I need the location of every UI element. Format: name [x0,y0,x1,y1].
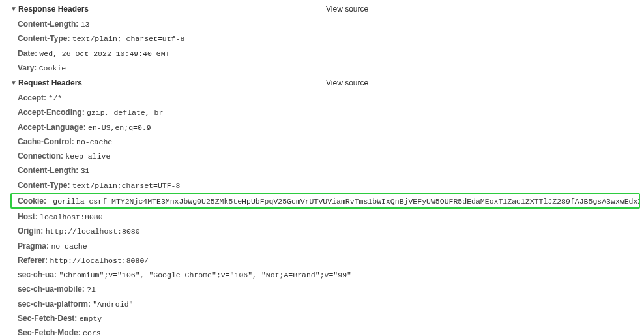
header-value: Cookie [39,64,66,72]
header-row: Cookie: _gorilla_csrf=MTY2Njc4MTE3MnxJbW… [10,193,640,209]
header-name: Cache-Control: [18,137,74,146]
header-row: Connection: keep-alive [0,149,644,163]
header-name: Sec-Fetch-Dest: [18,314,77,323]
header-row: Referer: http://localhost:8080/ [0,253,644,267]
header-name: sec-ch-ua-mobile: [18,284,85,294]
header-name: Content-Type: [18,181,70,190]
header-value: _gorilla_csrf=MTY2Njc4MTE3MnxJbWg0U25ZMk… [48,197,640,206]
header-name: Sec-Fetch-Mode: [18,328,81,336]
response-headers-toggle[interactable]: ▼ Response Headers View source [0,3,644,16]
request-headers-toggle[interactable]: ▼ Request Headers View source [0,76,644,89]
header-name: Accept: [18,93,46,102]
header-row: Accept-Language: en-US,en;q=0.9 [0,120,644,134]
header-value: no-cache [51,242,87,251]
header-row: Content-Type: text/plain; charset=utf-8 [0,31,644,46]
header-value: empty [80,314,102,323]
header-row: Sec-Fetch-Dest: empty [0,311,644,326]
response-headers-list: Content-Length: 13Content-Type: text/pla… [0,16,644,76]
header-value: localhost:8080 [40,213,103,221]
header-value: 13 [81,20,90,29]
header-value: 31 [81,166,90,175]
header-name: Pragma: [18,241,49,251]
header-value: text/plain; charset=utf-8 [72,35,185,43]
header-name: Date: [18,49,37,58]
header-name: Origin: [18,226,43,236]
header-row: Pragma: no-cache [0,239,644,253]
header-value: text/plain;charset=UTF-8 [72,181,181,190]
header-row: Date: Wed, 26 Oct 2022 10:49:40 GMT [0,46,644,61]
header-row: sec-ch-ua: "Chromium";v="106", "Google C… [0,267,644,282]
header-name: Cookie: [18,196,46,206]
header-name: Accept-Language: [18,123,86,132]
header-value: en-US,en;q=0.9 [88,123,151,132]
request-headers-title: Request Headers [18,78,82,87]
header-row: Cache-Control: no-cache [0,134,644,149]
header-row: sec-ch-ua-platform: "Android" [0,297,644,311]
response-headers-title: Response Headers [18,5,89,14]
header-value: Wed, 26 Oct 2022 10:49:40 GMT [39,50,169,58]
header-row: Content-Length: 13 [0,17,644,31]
header-name: sec-ch-ua-platform: [18,299,91,309]
header-row: Origin: http://localhost:8080 [0,224,644,238]
request-headers-list: Accept: */*Accept-Encoding: gzip, deflat… [0,89,644,336]
header-value: http://localhost:8080 [46,227,140,236]
header-row: Sec-Fetch-Mode: cors [0,326,644,336]
header-value: "Android" [93,300,133,309]
collapse-arrow-icon: ▼ [10,79,16,86]
header-name: Content-Length: [18,166,78,175]
header-row: Content-Type: text/plain;charset=UTF-8 [0,178,644,192]
header-name: Vary: [18,63,37,72]
header-value: keep-alive [65,152,110,160]
header-name: Content-Type: [18,34,70,43]
header-value: gzip, deflate, br [87,108,163,117]
header-value: cors [83,329,101,336]
collapse-arrow-icon: ▼ [10,5,16,12]
header-row: Accept-Encoding: gzip, deflate, br [0,105,644,119]
header-name: sec-ch-ua: [18,270,57,279]
header-value: "Chromium";v="106", "Google Chrome";v="1… [59,271,351,279]
view-source-link[interactable]: View source [326,5,368,14]
view-source-link[interactable]: View source [326,78,368,87]
header-value: http://localhost:8080/ [50,256,149,265]
header-row: Host: localhost:8080 [0,209,644,224]
header-row: sec-ch-ua-mobile: ?1 [0,282,644,296]
header-row: Accept: */* [0,91,644,105]
header-name: Accept-Encoding: [18,108,85,117]
header-row: Vary: Cookie [0,61,644,75]
header-value: */* [48,94,62,102]
header-name: Content-Length: [18,20,78,29]
header-row: Content-Length: 31 [0,163,644,177]
header-name: Referer: [18,256,48,265]
header-name: Connection: [18,151,63,160]
header-value: no-cache [76,138,112,146]
header-name: Host: [18,212,38,221]
header-value: ?1 [87,285,96,294]
